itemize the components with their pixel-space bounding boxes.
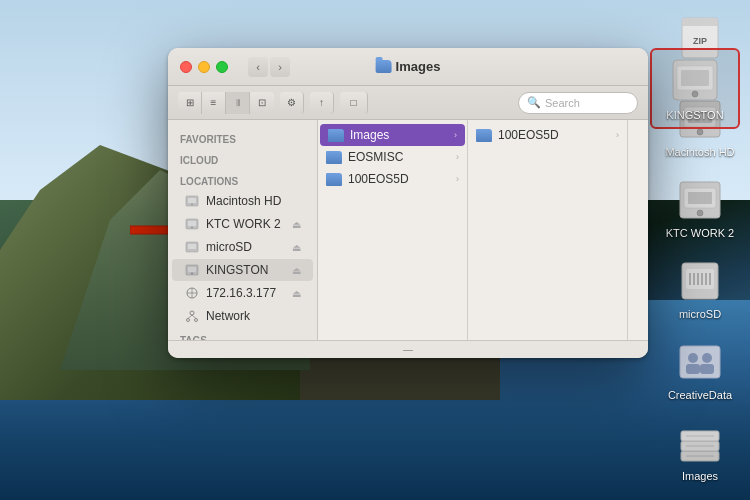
locations-label: Locations [168, 174, 317, 189]
network-ip-icon [184, 285, 200, 301]
view-buttons: ⊞ ≡ ⫴ ⊡ [178, 92, 274, 114]
sidebar-item-kingston[interactable]: KINGSTON ⏏ [172, 259, 313, 281]
svg-point-54 [692, 91, 698, 97]
svg-rect-22 [682, 23, 718, 26]
icon-view-btn[interactable]: ⊞ [178, 92, 202, 114]
favorites-label: Favorites [168, 132, 317, 147]
svg-rect-44 [700, 364, 714, 374]
sidebar-item-microsd[interactable]: microSD ⏏ [172, 236, 313, 258]
chevron-icon: › [454, 130, 457, 140]
file-item-images[interactable]: Images › [320, 124, 465, 146]
search-placeholder: Search [545, 97, 580, 109]
sidebar-item-network-ip[interactable]: 172.16.3.177 ⏏ [172, 282, 313, 304]
finder-title: Images [376, 59, 441, 74]
folder-icon-100eos5d [326, 173, 342, 186]
images-label: Images [682, 470, 718, 482]
ktc-work-icon-img [676, 176, 724, 224]
kingston-selected-label: KINGSTON [666, 109, 723, 121]
svg-line-18 [188, 315, 192, 319]
svg-rect-42 [686, 364, 700, 374]
network-ip-eject[interactable]: ⏏ [292, 288, 301, 299]
icloud-label: iCloud [168, 153, 317, 168]
back-button[interactable]: ‹ [248, 57, 268, 77]
file-label-100eos5d-2: 100EOS5D [498, 128, 559, 142]
status-text: — [403, 344, 413, 355]
traffic-lights [180, 61, 228, 73]
svg-point-6 [191, 227, 193, 229]
ktc-work-icon [184, 216, 200, 232]
maximize-button[interactable] [216, 61, 228, 73]
file-column-2: 100EOS5D › [468, 120, 628, 340]
kingston-eject[interactable]: ⏏ [292, 265, 301, 276]
svg-rect-40 [680, 346, 720, 378]
file-item-100eos5d-2[interactable]: 100EOS5D › [468, 124, 627, 146]
file-label-100eos5d: 100EOS5D [348, 172, 409, 186]
ktc-work-label: KTC WORK 2 [666, 227, 734, 239]
sidebar-item-ktc-work-2[interactable]: KTC WORK 2 ⏏ [172, 213, 313, 235]
forward-button[interactable]: › [270, 57, 290, 77]
svg-rect-2 [188, 198, 196, 203]
folder-icon [328, 129, 344, 142]
svg-point-43 [702, 353, 712, 363]
folder-icon-eosmisc [326, 151, 342, 164]
microsd-label: microSD [206, 240, 252, 254]
list-view-btn[interactable]: ≡ [202, 92, 226, 114]
file-label-eosmisc: EOSMISC [348, 150, 403, 164]
file-item-eosmisc[interactable]: EOSMISC › [318, 146, 467, 168]
minimize-button[interactable] [198, 61, 210, 73]
desktop-icon-images[interactable]: Images [655, 415, 745, 486]
svg-rect-10 [188, 267, 196, 272]
desktop: ‹ › Images ⊞ ≡ ⫴ ⊡ ⚙ ↑ □ 🔍 Search [0, 0, 750, 500]
file-item-100eos5d[interactable]: 100EOS5D › [318, 168, 467, 190]
finder-sidebar: Favorites iCloud Locations Macintosh HD [168, 120, 318, 340]
finder-toolbar: ⊞ ≡ ⫴ ⊡ ⚙ ↑ □ 🔍 Search [168, 86, 648, 120]
ktc-work-label: KTC WORK 2 [206, 217, 281, 231]
svg-point-3 [191, 204, 193, 206]
file-column-1: Images › EOSMISC › 100EOS5D › [318, 120, 468, 340]
microsd-label: microSD [679, 308, 721, 320]
microsd-icon [184, 239, 200, 255]
nav-buttons: ‹ › [248, 57, 290, 77]
desktop-icon-microsd[interactable]: microSD [655, 253, 745, 324]
svg-rect-30 [688, 192, 712, 204]
svg-rect-5 [188, 221, 196, 226]
svg-line-19 [192, 315, 196, 319]
svg-point-17 [195, 319, 198, 322]
gallery-view-btn[interactable]: ⊡ [250, 92, 274, 114]
microsd-eject[interactable]: ⏏ [292, 242, 301, 253]
finder-files: Images › EOSMISC › 100EOS5D › [318, 120, 648, 340]
close-button[interactable] [180, 61, 192, 73]
chevron-2-icon: › [616, 130, 619, 140]
action-btn[interactable]: ⚙ [280, 92, 304, 114]
network-ip-label: 172.16.3.177 [206, 286, 276, 300]
sidebar-item-network[interactable]: Network [172, 305, 313, 327]
ktc-work-eject[interactable]: ⏏ [292, 219, 301, 230]
network-icon [184, 308, 200, 324]
svg-point-41 [688, 353, 698, 363]
column-view-btn[interactable]: ⫴ [226, 92, 250, 114]
desktop-icon-ktc-work-2[interactable]: KTC WORK 2 [655, 172, 745, 243]
macintosh-hd-icon [184, 193, 200, 209]
svg-rect-53 [681, 70, 709, 86]
sidebar-item-macintosh-hd[interactable]: Macintosh HD [172, 190, 313, 212]
share-btn[interactable]: ↑ [310, 92, 334, 114]
search-bar[interactable]: 🔍 Search [518, 92, 638, 114]
svg-point-31 [697, 210, 703, 216]
finder-titlebar: ‹ › Images [168, 48, 648, 86]
kingston-icon-img [671, 56, 719, 104]
macintosh-hd-label: Macintosh HD [665, 146, 734, 158]
tags-label: Tags [168, 333, 317, 340]
file-label-images: Images [350, 128, 389, 142]
desktop-icon-kingston-selected[interactable]: KINGSTON [650, 48, 740, 129]
folder-title-icon [376, 60, 392, 73]
network-label: Network [206, 309, 250, 323]
folder-icon-2 [476, 129, 492, 142]
tag-btn[interactable]: □ [340, 92, 368, 114]
kingston-icon [184, 262, 200, 278]
svg-text:ZIP: ZIP [693, 36, 707, 46]
finder-content: Favorites iCloud Locations Macintosh HD [168, 120, 648, 340]
desktop-icon-creative-data[interactable]: CreativeData [655, 334, 745, 405]
finder-window: ‹ › Images ⊞ ≡ ⫴ ⊡ ⚙ ↑ □ 🔍 Search [168, 48, 648, 358]
chevron-100eos5d-icon: › [456, 174, 459, 184]
images-icon-img [676, 419, 724, 467]
